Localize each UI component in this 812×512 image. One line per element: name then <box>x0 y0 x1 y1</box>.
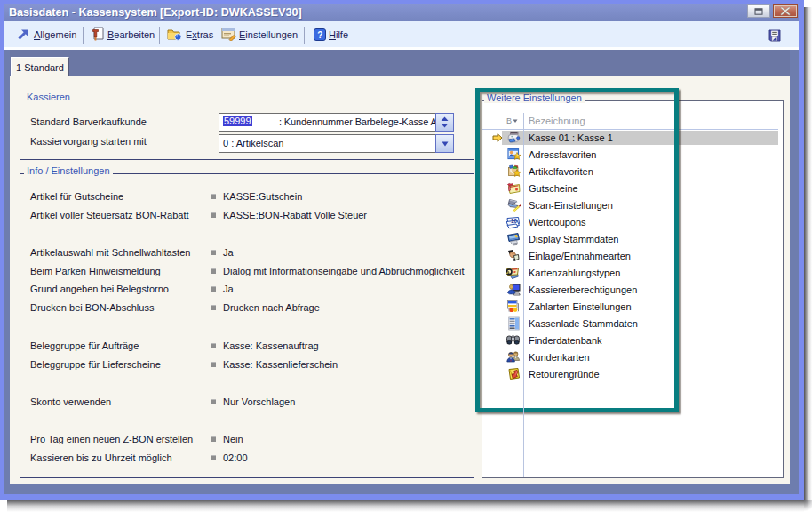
svg-text:?: ? <box>317 30 322 40</box>
